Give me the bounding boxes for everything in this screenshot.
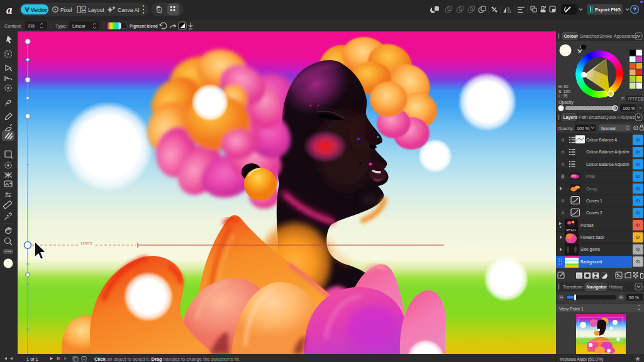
svg-text:Canva AI: Canva AI (118, 7, 140, 13)
svg-text:Layout: Layout (88, 7, 104, 13)
svg-text:1 of 1: 1 of 1 (26, 356, 38, 362)
svg-text:Quick FX: Quick FX (605, 115, 623, 120)
svg-text:#:: #: (621, 96, 625, 101)
svg-text:Swatches: Swatches (580, 34, 599, 38)
svg-text:Inioluwa Alabi (50.0%): Inioluwa Alabi (50.0%) (560, 357, 603, 362)
svg-text:Path Brushes: Path Brushes (579, 115, 606, 119)
svg-text:Pixel: Pixel (60, 7, 72, 13)
svg-text:Side glows: Side glows (580, 247, 600, 252)
svg-text:1330.5: 1330.5 (80, 241, 92, 245)
svg-text:Curves 2: Curves 2 (586, 211, 602, 215)
svg-text:A: A (158, 9, 161, 13)
svg-text:a: a (6, 3, 13, 16)
svg-text:Colour Balance A: Colour Balance A (586, 138, 618, 142)
svg-text:Pigment blend: Pigment blend (130, 24, 158, 29)
svg-text:Linear: Linear (72, 23, 86, 29)
svg-text:FFFFEB: FFFFEB (628, 97, 643, 101)
svg-text:Opacity: Opacity (558, 100, 574, 105)
svg-text:Normal: Normal (601, 126, 616, 131)
svg-text:Context:: Context: (4, 23, 22, 29)
svg-text:Fill: Fill (28, 23, 35, 29)
svg-text:H: 60: H: 60 (558, 84, 569, 89)
svg-text:100 %: 100 % (623, 106, 635, 111)
svg-text:fx: fx (577, 273, 581, 279)
svg-text:Curves 1: Curves 1 (586, 199, 602, 203)
svg-text:Transform: Transform (563, 285, 583, 289)
svg-text:Colour: Colour (564, 34, 579, 38)
svg-text:Export PNG: Export PNG (595, 7, 621, 13)
svg-text:Flowers back: Flowers back (580, 235, 604, 239)
svg-text:Pixel: Pixel (586, 174, 595, 178)
svg-text:Styles: Styles (623, 115, 635, 120)
svg-text:Colour Balance Adjustm: Colour Balance Adjustm (586, 162, 629, 167)
svg-text:History: History (609, 285, 623, 290)
svg-text:50 %: 50 % (629, 295, 639, 300)
svg-text:Type:: Type: (55, 23, 67, 29)
svg-text:100 %: 100 % (577, 126, 589, 131)
svg-text:Group: Group (586, 187, 597, 192)
svg-text:Vector: Vector (31, 7, 48, 13)
svg-text:Appearance: Appearance (614, 34, 638, 39)
svg-text:Stroke: Stroke (599, 34, 612, 38)
svg-text:Navigator: Navigator (587, 285, 608, 290)
svg-text:Layers: Layers (564, 115, 578, 120)
svg-text:Portrait: Portrait (580, 223, 594, 228)
svg-text:Background: Background (580, 260, 602, 265)
svg-text:L: 95: L: 95 (558, 94, 568, 98)
svg-text:?: ? (633, 6, 637, 13)
svg-text:View Point 1: View Point 1 (559, 307, 584, 311)
svg-text:Colour Balance Adjustm: Colour Balance Adjustm (586, 150, 629, 155)
svg-text:S: 100: S: 100 (558, 89, 570, 94)
svg-text:Opacity:: Opacity: (558, 126, 574, 131)
svg-text:Click an object to select it.: Click an object to select it. Drag handl… (94, 356, 240, 362)
